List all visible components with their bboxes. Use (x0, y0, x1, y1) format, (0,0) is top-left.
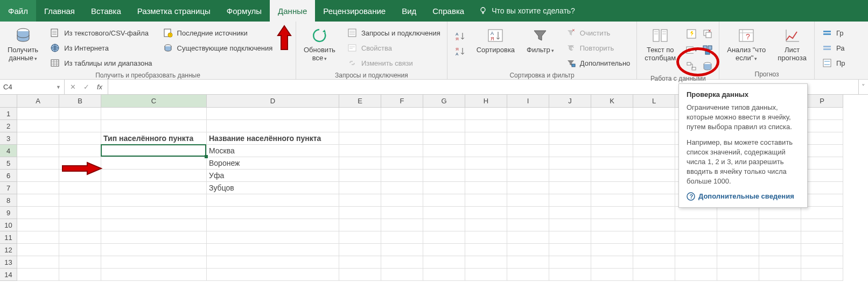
cell-E13[interactable] (339, 256, 381, 269)
cell-I7[interactable] (507, 182, 549, 194)
cell-K9[interactable] (591, 207, 633, 219)
cell-E1[interactable] (339, 108, 381, 120)
cell-N11[interactable] (717, 231, 759, 244)
cell-H12[interactable] (465, 244, 507, 256)
remove-dup-button[interactable] (701, 27, 715, 41)
sort-button[interactable]: АЯ Сортировка (473, 24, 518, 57)
cancel-formula-icon[interactable]: ✕ (70, 83, 76, 91)
cell-G6[interactable] (423, 170, 465, 182)
cell-K12[interactable] (591, 244, 633, 256)
cell-E6[interactable] (339, 170, 381, 182)
cell-C5[interactable] (101, 157, 207, 170)
tab-file[interactable]: Файл (0, 0, 36, 22)
cell-D4[interactable]: Москва (207, 145, 339, 157)
cell-M13[interactable] (675, 256, 717, 269)
tab-home[interactable]: Главная (36, 0, 83, 22)
row-header-1[interactable]: 1 (0, 108, 17, 120)
cell-D14[interactable] (207, 269, 339, 281)
cell-F10[interactable] (381, 219, 423, 231)
consolidate-button[interactable] (701, 43, 715, 57)
cell-I12[interactable] (507, 244, 549, 256)
formula-expand-icon[interactable]: ˅ (858, 80, 868, 94)
filter-button[interactable]: Фильтр (523, 24, 557, 57)
cell-M12[interactable] (675, 244, 717, 256)
cell-G14[interactable] (423, 269, 465, 281)
cell-C3[interactable]: Тип населённого пункта (101, 132, 207, 145)
col-header-E[interactable]: E (339, 95, 381, 108)
cell-H9[interactable] (465, 207, 507, 219)
col-header-D[interactable]: D (207, 95, 339, 108)
cell-K4[interactable] (591, 145, 633, 157)
cell-K14[interactable] (591, 269, 633, 281)
cell-D12[interactable] (207, 244, 339, 256)
cell-C13[interactable] (101, 256, 207, 269)
row-header-11[interactable]: 11 (0, 231, 17, 244)
cell-K8[interactable] (591, 194, 633, 207)
cell-O11[interactable] (759, 231, 801, 244)
cell-B12[interactable] (59, 244, 101, 256)
cell-P12[interactable] (801, 244, 843, 256)
refresh-all-button[interactable]: Обновить все (300, 24, 339, 65)
cell-F2[interactable] (381, 120, 423, 132)
tab-insert[interactable]: Вставка (83, 0, 129, 22)
cell-O9[interactable] (759, 207, 801, 219)
cell-N12[interactable] (717, 244, 759, 256)
row-header-12[interactable]: 12 (0, 244, 17, 256)
cell-F13[interactable] (381, 256, 423, 269)
cell-G5[interactable] (423, 157, 465, 170)
cell-E3[interactable] (339, 132, 381, 145)
cell-D5[interactable]: Воронеж (207, 157, 339, 170)
cell-L11[interactable] (633, 231, 675, 244)
from-table-button[interactable]: Из таблицы или диапазона (47, 56, 154, 70)
row-header-7[interactable]: 7 (0, 182, 17, 194)
col-header-B[interactable]: B (59, 95, 101, 108)
cell-M11[interactable] (675, 231, 717, 244)
cell-P10[interactable] (801, 219, 843, 231)
cell-A1[interactable] (17, 108, 59, 120)
cell-L4[interactable] (633, 145, 675, 157)
cell-G13[interactable] (423, 256, 465, 269)
row-header-6[interactable]: 6 (0, 170, 17, 182)
cell-B2[interactable] (59, 120, 101, 132)
cell-D9[interactable] (207, 207, 339, 219)
cell-A9[interactable] (17, 207, 59, 219)
cell-J6[interactable] (549, 170, 591, 182)
cell-I10[interactable] (507, 219, 549, 231)
row-header-9[interactable]: 9 (0, 207, 17, 219)
cell-H1[interactable] (465, 108, 507, 120)
whatif-button[interactable]: ? Анализ "что если" (724, 24, 769, 65)
col-header-F[interactable]: F (381, 95, 423, 108)
cell-H11[interactable] (465, 231, 507, 244)
cell-P11[interactable] (801, 231, 843, 244)
cell-B7[interactable] (59, 182, 101, 194)
cell-D13[interactable] (207, 256, 339, 269)
cell-A8[interactable] (17, 194, 59, 207)
cell-O13[interactable] (759, 256, 801, 269)
cell-G4[interactable] (423, 145, 465, 157)
cell-E8[interactable] (339, 194, 381, 207)
cell-F14[interactable] (381, 269, 423, 281)
tab-formulas[interactable]: Формулы (219, 0, 270, 22)
reapply-button[interactable]: Повторить (563, 41, 633, 55)
tell-me[interactable]: Что вы хотите сделать? (472, 0, 582, 22)
cell-H10[interactable] (465, 219, 507, 231)
cell-O12[interactable] (759, 244, 801, 256)
cell-H8[interactable] (465, 194, 507, 207)
cell-I9[interactable] (507, 207, 549, 219)
cell-G10[interactable] (423, 219, 465, 231)
cell-A10[interactable] (17, 219, 59, 231)
cell-L9[interactable] (633, 207, 675, 219)
cell-K7[interactable] (591, 182, 633, 194)
cell-B9[interactable] (59, 207, 101, 219)
col-header-C[interactable]: C (101, 95, 207, 108)
cell-E14[interactable] (339, 269, 381, 281)
cell-J2[interactable] (549, 120, 591, 132)
cell-L7[interactable] (633, 182, 675, 194)
cell-L3[interactable] (633, 132, 675, 145)
cell-A7[interactable] (17, 182, 59, 194)
select-all-corner[interactable] (0, 95, 17, 108)
cell-K10[interactable] (591, 219, 633, 231)
ungroup-button[interactable]: Ра (819, 41, 848, 55)
cell-A3[interactable] (17, 132, 59, 145)
flash-fill-button[interactable] (684, 27, 698, 41)
